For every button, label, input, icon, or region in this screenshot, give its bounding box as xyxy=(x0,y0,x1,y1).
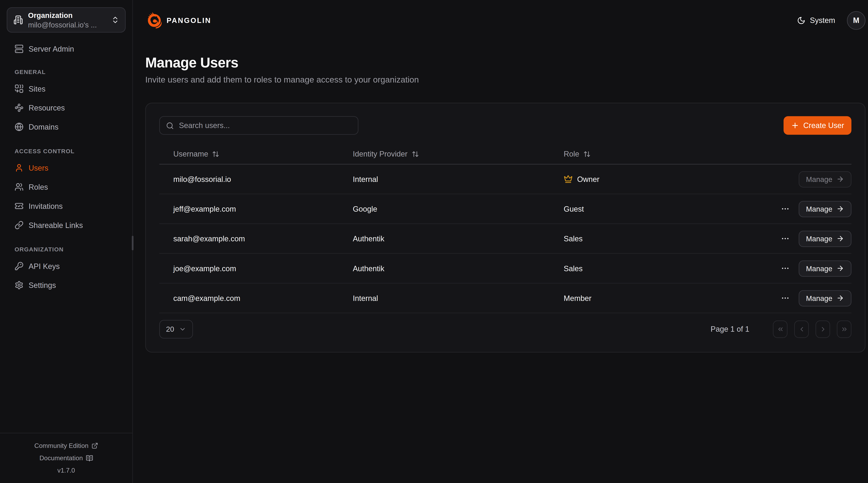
manage-label: Manage xyxy=(806,264,832,273)
gear-icon xyxy=(14,281,24,290)
org-selector[interactable]: Organization milo@fossorial.io's ... xyxy=(7,7,126,32)
first-page-button[interactable] xyxy=(773,320,787,338)
create-user-label: Create User xyxy=(803,121,844,130)
row-actions: Manage xyxy=(777,230,851,247)
table-header: Username Identity Provider Role xyxy=(159,135,851,164)
brand-name: PANGOLIN xyxy=(167,16,211,24)
ellipsis-icon xyxy=(781,294,790,303)
column-label: Username xyxy=(173,150,208,158)
sidebar-item-shareable-links[interactable]: Shareable Links xyxy=(7,217,126,233)
users-icon xyxy=(14,182,24,192)
previous-page-button[interactable] xyxy=(794,320,809,338)
last-page-button[interactable] xyxy=(837,320,851,338)
manage-button[interactable]: Manage xyxy=(799,260,851,277)
avatar-initial: M xyxy=(853,16,859,24)
community-edition-link[interactable]: Community Edition xyxy=(0,439,132,452)
manage-button: Manage xyxy=(799,171,851,187)
row-actions: Manage xyxy=(777,290,851,306)
sidebar-item-sites[interactable]: Sites xyxy=(7,80,126,97)
row-actions: Manage xyxy=(777,260,851,277)
role-label: Member xyxy=(564,294,591,302)
sidebar-item-label: Server Admin xyxy=(29,45,74,53)
chevrons-left-icon xyxy=(776,325,784,333)
next-page-button[interactable] xyxy=(815,320,830,338)
main-content: PANGOLIN System M Manage Users Invite us… xyxy=(133,0,868,483)
crown-icon xyxy=(564,175,573,183)
sidebar-item-settings[interactable]: Settings xyxy=(7,277,126,294)
app-root: Organization milo@fossorial.io's ... Ser… xyxy=(0,0,868,483)
chevron-left-icon xyxy=(798,325,805,333)
row-menu-button[interactable] xyxy=(777,201,793,217)
manage-label: Manage xyxy=(806,234,832,243)
moon-icon xyxy=(797,16,805,24)
cell-username: cam@example.com xyxy=(173,294,353,302)
column-header-username[interactable]: Username xyxy=(173,150,353,158)
column-header-role[interactable]: Role xyxy=(564,150,851,158)
cell-username: jeff@example.com xyxy=(173,205,353,213)
sort-icon xyxy=(411,150,419,158)
waypoints-icon xyxy=(14,103,24,112)
documentation-link[interactable]: Documentation xyxy=(0,452,132,464)
manage-label: Manage xyxy=(806,175,832,183)
org-selector-label: Organization xyxy=(28,11,106,19)
org-selector-value: milo@fossorial.io's ... xyxy=(28,21,106,29)
cell-username: joe@example.com xyxy=(173,264,353,273)
external-link-icon xyxy=(91,442,98,449)
search-input[interactable] xyxy=(179,121,352,130)
theme-toggle-button[interactable]: System xyxy=(797,16,835,24)
role-label: Guest xyxy=(564,205,584,213)
sidebar-item-label: Resources xyxy=(29,104,65,112)
sidebar-footer: Community Edition Documentation v1.7.0 xyxy=(0,433,132,483)
ellipsis-icon xyxy=(781,234,790,243)
column-header-identity-provider[interactable]: Identity Provider xyxy=(353,150,564,158)
plus-icon xyxy=(791,121,799,130)
sidebar-item-server-admin[interactable]: Server Admin xyxy=(7,40,126,57)
sidebar-item-label: API Keys xyxy=(29,262,60,270)
building-icon xyxy=(13,15,23,25)
sort-icon xyxy=(583,150,590,158)
cell-username: sarah@example.com xyxy=(173,234,353,243)
combine-icon xyxy=(14,84,24,93)
chevron-down-icon xyxy=(179,325,186,333)
role-label: Sales xyxy=(564,234,583,243)
sidebar-item-domains[interactable]: Domains xyxy=(7,118,126,135)
key-icon xyxy=(14,262,24,271)
cell-identity-provider: Internal xyxy=(353,175,564,183)
row-menu-button[interactable] xyxy=(777,231,793,246)
manage-label: Manage xyxy=(806,294,832,302)
arrow-right-icon xyxy=(836,175,844,183)
create-user-button[interactable]: Create User xyxy=(784,116,851,135)
sidebar-item-resources[interactable]: Resources xyxy=(7,100,126,116)
chevrons-right-icon xyxy=(841,325,848,333)
role-label: Sales xyxy=(564,264,583,273)
sidebar-item-invitations[interactable]: Invitations xyxy=(7,198,126,215)
sidebar-item-api-keys[interactable]: API Keys xyxy=(7,258,126,275)
manage-button[interactable]: Manage xyxy=(799,201,851,217)
sidebar-item-roles[interactable]: Roles xyxy=(7,178,126,195)
manage-button[interactable]: Manage xyxy=(799,230,851,247)
card-toolbar: Create User xyxy=(159,116,851,135)
table-row: cam@example.com Internal Member Manage xyxy=(159,284,851,313)
globe-icon xyxy=(14,122,24,131)
cell-identity-provider: Internal xyxy=(353,294,564,302)
book-open-icon xyxy=(86,454,93,462)
cell-identity-provider: Authentik xyxy=(353,264,564,273)
sidebar-resize-handle[interactable] xyxy=(132,236,133,250)
page-size-select[interactable]: 20 xyxy=(159,320,193,339)
theme-label: System xyxy=(810,16,835,24)
manage-button[interactable]: Manage xyxy=(799,290,851,306)
community-edition-label: Community Edition xyxy=(34,442,89,449)
pagination: Page 1 of 1 xyxy=(711,320,851,338)
topbar-right: System M xyxy=(797,11,865,30)
sidebar-item-label: Shareable Links xyxy=(29,221,83,229)
sidebar-item-label: Users xyxy=(29,164,49,172)
row-menu-button[interactable] xyxy=(777,260,793,276)
arrow-right-icon xyxy=(836,235,844,243)
row-menu-button[interactable] xyxy=(777,290,793,306)
arrow-right-icon xyxy=(836,264,844,272)
page-size-value: 20 xyxy=(166,325,174,333)
brand[interactable]: PANGOLIN xyxy=(145,11,211,29)
avatar[interactable]: M xyxy=(847,11,866,30)
cell-username: milo@fossorial.io xyxy=(173,175,353,183)
sidebar-item-users[interactable]: Users xyxy=(7,160,126,176)
